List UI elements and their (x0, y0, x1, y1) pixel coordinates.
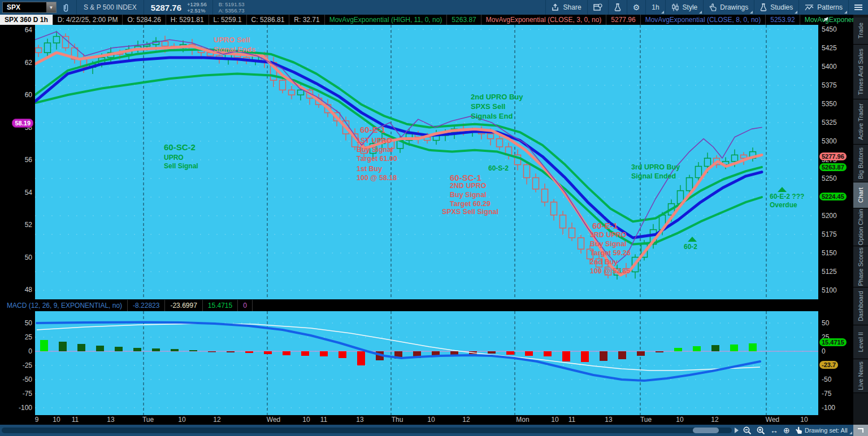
studies-button[interactable]: Studies (754, 0, 798, 15)
sidebar-tab-phase-scores[interactable]: Phase Scores (853, 246, 868, 287)
time-axis-label: 11 (320, 416, 327, 424)
price-axis-left[interactable]: 64626058565452504858.19 (0, 25, 35, 299)
macd-axis-left[interactable]: 50250-25-50-75-100 (0, 311, 35, 415)
sidebar-tab-active-trader[interactable]: Active Trader (853, 99, 868, 145)
sidebar-tab-times-and-sales[interactable]: Times And Sales (853, 45, 868, 99)
analysis-tools-button[interactable] (608, 0, 627, 15)
time-axis-label: 10 (676, 416, 683, 424)
settings-button[interactable]: ⚙ (627, 0, 646, 15)
chart-h-scrollbar[interactable] (2, 428, 732, 433)
study-label-ema-close8[interactable]: MovAvgExponential (CLOSE, 8, 0, no) (640, 15, 766, 25)
macd-histogram-bar (171, 349, 179, 351)
pan-mode-button[interactable] (795, 426, 802, 434)
chart-annotation[interactable]: 2ND UPRO Buy Signal Target 60.29 (450, 181, 491, 208)
chart-annotation[interactable]: 60-S-2 (488, 164, 509, 173)
drawing-set-selector[interactable]: Drawing set: All (805, 425, 848, 436)
symbol-dropdown-caret-icon[interactable]: ▼ (46, 2, 56, 12)
macd-histogram-bar (133, 348, 141, 351)
sidebar-tab-chart[interactable]: Chart (853, 182, 868, 208)
sidebar-tab-level-ii[interactable]: Level II (853, 325, 868, 359)
candlestick (506, 143, 512, 160)
macd-value-bubble: -23.7 (819, 361, 838, 369)
zoom-in-icon (757, 426, 765, 435)
chart-annotation[interactable]: 3RD UPRO Buy Signal Target 59.26 2nd Buy… (590, 230, 631, 276)
panel-corner-icon (858, 428, 863, 433)
study-label-ema-close3[interactable]: MovAvgExponential (CLOSE, 3, 0, no) (481, 15, 606, 25)
chart-annotation[interactable]: 60-E-1 (360, 124, 385, 135)
field-date: D: 4/22/25, 2:00 PM (53, 15, 123, 25)
price-tick-right: 5200 (822, 212, 837, 220)
symbol-input[interactable]: SPX ▼ (2, 2, 57, 13)
time-axis[interactable]: 9101113Tue1012Wed101113Thu1012Mon101113T… (0, 415, 853, 425)
hand-icon (795, 426, 802, 434)
patterns-button[interactable]: Patterns (798, 0, 848, 15)
study-label-ema-high11[interactable]: MovAvgExponential (HIGH, 11, 0, no) (324, 15, 447, 25)
chart-annotation[interactable]: 1st Buy 100 @ 58.18 (357, 164, 397, 182)
style-button[interactable]: Style (665, 0, 704, 15)
sidebar-tab-big-buttons[interactable]: Big Buttons (853, 145, 868, 182)
sidebar-tab-trade[interactable]: Trade (853, 18, 868, 45)
macd-tick-left: 50 (25, 319, 32, 327)
time-axis-label: 12 (711, 416, 718, 424)
macd-value: -8.22823 (128, 300, 165, 311)
chart-title: SPX 360 D 1h (0, 15, 53, 25)
sidebar-tab-option-chain[interactable]: Option Chain (853, 208, 868, 246)
scrollbar-thumb[interactable] (693, 428, 719, 433)
chart-annotation[interactable]: UPRO Sell Signal Ends (214, 35, 255, 54)
interval-button[interactable]: 1h (645, 0, 665, 15)
chart-annotation[interactable]: 3rd UPRO Buy Signal Ended (631, 163, 680, 181)
price-tick-right: 5350 (822, 100, 837, 108)
chart-cursor-icon (822, 16, 831, 25)
zoom-out-button[interactable] (743, 426, 752, 435)
chart-annotation[interactable]: 2nd UPRO Buy SPXS Sell Signals End (471, 92, 523, 121)
macd-tick-left: -50 (23, 376, 32, 383)
link-button[interactable] (57, 0, 75, 15)
macd-study-label[interactable]: MACD (12, 26, 9, EXPONENTIAL, no) (0, 300, 128, 311)
sidebar-tab-dashboard[interactable]: Dashboard (853, 287, 868, 325)
chart-annotation[interactable]: 60-E-1 (592, 220, 618, 231)
fit-width-button[interactable]: ↔ (770, 426, 778, 434)
gadget-sidebar: TradeTimes And SalesActive TraderBig But… (853, 15, 868, 425)
chart-annotation[interactable]: 60-E-2 ??? Overdue (770, 193, 804, 210)
calendar-events-button[interactable] (587, 0, 608, 15)
macd-histogram-bar (77, 344, 85, 351)
time-axis-label: Tue (142, 416, 154, 424)
scroll-right-arrow-icon[interactable] (735, 428, 739, 433)
crosshair-icon: ⊕ (783, 426, 790, 434)
time-axis-label: 10 (302, 416, 310, 424)
price-axis-right[interactable]: 5450542554005375535053255300527552505225… (818, 25, 853, 302)
sidebar-tab-label: Trade (857, 23, 864, 38)
dropdown-corner-icon (750, 11, 753, 14)
macd-value-bubble: 15.4715 (819, 338, 847, 346)
collapse-sidebar-button[interactable] (853, 425, 868, 436)
chart-annotation[interactable]: UPRO Sell Signal (164, 154, 198, 171)
chart-annotation[interactable]: 60-2 (684, 243, 697, 251)
zoom-controls: ↔ ⊕ (743, 425, 802, 436)
macd-histogram-bar (96, 346, 104, 351)
drawing-set-label: Drawing set: All (805, 427, 848, 434)
zoom-in-button[interactable] (757, 426, 765, 435)
price-tick-right: 5325 (822, 119, 837, 127)
chart-annotation[interactable]: 60-SC-2 (164, 142, 196, 152)
drawings-button[interactable]: Drawings (703, 0, 754, 15)
chart-annotation[interactable]: SPXS Sell Signal (442, 207, 498, 216)
buy-signal-triangle-icon (688, 237, 697, 242)
chart-annotation[interactable]: 1ST UPRO Buy Signal Target 61.00 (357, 136, 397, 163)
bid-ask: B: 5191.53 A: 5356.73 (214, 1, 245, 14)
macd-histogram-bar (40, 340, 48, 351)
macd-histogram-bar (711, 345, 719, 351)
chart-menu-button[interactable] (848, 0, 868, 15)
study-value-bubble: 5224.45 (819, 193, 847, 200)
sidebar-tab-live-news[interactable]: Live News (853, 359, 868, 393)
share-button[interactable]: Share (545, 0, 587, 15)
macd-avg-value: -23.6997 (165, 300, 202, 311)
thinkorswim-chart-window: SPX ▼ S & P 500 INDEX 5287.76 +129.56 +2… (0, 0, 868, 436)
ask-value: A: 5356.73 (219, 7, 245, 14)
sidebar-filler (853, 393, 868, 425)
crosshair-mode-button[interactable]: ⊕ (783, 426, 790, 434)
candlestick (289, 86, 295, 99)
macd-axis-right[interactable]: 50250-25-50-75-10015.4715-23.7 (818, 302, 853, 415)
resize-horizontal-icon: ↔ (770, 426, 778, 434)
toolbar-buttons: Share ⚙ 1h (545, 0, 868, 15)
ema-close-3-line (35, 46, 762, 275)
